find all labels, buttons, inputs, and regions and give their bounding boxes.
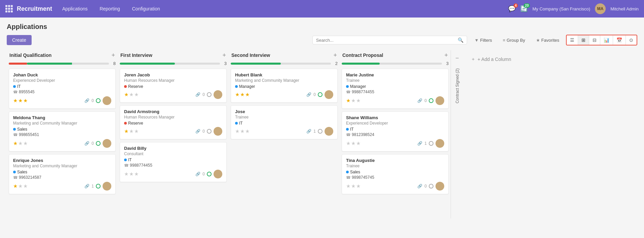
card-stars-0-0: ★★★	[13, 98, 28, 104]
col-count-3: 3	[444, 61, 449, 66]
card-tag-1-2: IT	[124, 158, 222, 162]
kanban-card-1-2[interactable]: David Billy Consultant IT 9988774455 ★★★…	[120, 142, 227, 182]
kanban-card-0-1[interactable]: Meldona Thang Marketing and Community Ma…	[9, 111, 116, 151]
tag-label: Reserve	[128, 121, 143, 126]
progress-green-0	[27, 63, 72, 65]
clip-icon-0-2: 🔗	[84, 184, 89, 189]
card-name-0-0: Johan Duck	[13, 72, 111, 77]
search-input[interactable]	[316, 38, 458, 43]
card-stars-1-0: ★★★	[124, 92, 139, 98]
card-name-1-0: Joren Jacob	[124, 72, 222, 77]
star-2: ★	[351, 98, 355, 104]
star-3: ★	[356, 98, 361, 104]
kanban-card-0-2[interactable]: Enrique Jones Marketing and Community Ma…	[9, 154, 116, 194]
progress-bar-3	[342, 63, 442, 65]
star-1: ★	[346, 140, 350, 146]
star-3: ★	[134, 171, 139, 177]
card-stars-2-0: ★★★	[235, 92, 250, 98]
view-calendar-button[interactable]: 📅	[613, 35, 626, 45]
tag-dot	[13, 85, 16, 88]
create-button[interactable]: Create	[7, 35, 32, 45]
card-position-0-0: Experienced Developer	[13, 78, 111, 83]
view-grid-button[interactable]: ⊟	[589, 35, 600, 45]
kanban-card-3-1[interactable]: Shane Williams Experienced Developer IT …	[342, 111, 449, 151]
group-by-button[interactable]: ≡ Group By	[500, 36, 528, 44]
card-position-0-1: Marketing and Community Manager	[13, 121, 111, 126]
card-meta-3-0: 🔗 0	[417, 96, 444, 105]
tag-dot	[124, 159, 127, 161]
user-name[interactable]: Mitchell Admin	[610, 6, 639, 11]
card-avatar-0-1	[103, 139, 111, 148]
tag-label: Manager	[239, 84, 255, 89]
clip-count-1-2: 0	[202, 172, 205, 176]
kanban-card-2-0[interactable]: Hubert Blank Marketing and Community Man…	[231, 69, 338, 103]
col-add-button-1[interactable]: +	[222, 52, 226, 58]
card-stars-2-1: ★★★	[235, 128, 250, 134]
star-3: ★	[23, 183, 28, 189]
status-dot-1-0	[207, 92, 212, 97]
kanban-board-wrap: Initial Qualification + 8 Johan Duck Exp…	[7, 50, 637, 218]
star-1: ★	[346, 98, 350, 104]
main-content: Applications Create 🔍 ▼ Filters ≡ Group …	[0, 18, 644, 238]
status-dot-3-2	[429, 184, 433, 189]
col-add-button-0[interactable]: +	[111, 52, 115, 58]
user-avatar[interactable]: MA	[595, 3, 606, 14]
nav-configuration[interactable]: Configuration	[130, 5, 162, 13]
activity-icon[interactable]: 🔄 20	[520, 5, 528, 12]
card-meta-0-0: 🔗 0	[84, 96, 111, 105]
card-meta-3-1: 🔗 1	[417, 139, 444, 148]
sidebar-collapse-button[interactable]: –	[454, 54, 460, 62]
add-column-area: ＋ + Add a Column	[463, 50, 531, 65]
clip-count-0-1: 0	[91, 141, 94, 146]
card-phone-0-2: 9963214587	[13, 175, 111, 180]
progress-bar-1	[120, 63, 220, 65]
card-tag-3-1: IT	[346, 127, 444, 132]
app-grid-icon[interactable]	[5, 5, 13, 12]
col-add-button-2[interactable]: +	[333, 52, 337, 58]
view-list-button[interactable]: ☰	[567, 35, 578, 45]
nav-reporting[interactable]: Reporting	[98, 5, 122, 13]
filters-button[interactable]: ▼ Filters	[472, 36, 495, 44]
status-dot-3-1	[429, 141, 433, 146]
card-footer-0-2: ★★★ 🔗 1	[13, 182, 111, 191]
card-name-1-2: David Billy	[124, 146, 222, 151]
kanban-card-1-0[interactable]: Joren Jacob Human Resources Manager Rese…	[120, 69, 227, 103]
card-position-2-0: Marketing and Community Manager	[235, 78, 333, 83]
kanban-col-0: Initial Qualification + 8 Johan Duck Exp…	[7, 50, 118, 197]
card-name-2-1: Jose	[235, 109, 333, 114]
card-phone-0-0: 8955545	[13, 90, 111, 94]
star-2: ★	[129, 128, 134, 134]
kanban-card-2-1[interactable]: Jose Trainee IT ★★★ 🔗 1	[231, 105, 338, 139]
star-3: ★	[23, 98, 28, 104]
favorites-button[interactable]: ★ Favorites	[533, 36, 562, 44]
kanban-card-3-0[interactable]: Marie Justine Trainee Manager 9988774455…	[342, 69, 449, 109]
clip-count-3-0: 0	[424, 98, 427, 103]
view-kanban-button[interactable]: ⊞	[578, 35, 589, 45]
card-position-1-0: Human Resources Manager	[124, 78, 222, 83]
clip-icon-0-0: 🔗	[84, 98, 89, 103]
star-2: ★	[18, 183, 23, 189]
col-add-button-3[interactable]: +	[444, 52, 448, 58]
chat-icon[interactable]: 💬 4	[508, 5, 516, 12]
main-nav: Applications Reporting Configuration	[60, 6, 169, 11]
card-stars-0-2: ★★★	[13, 183, 28, 189]
view-chart-button[interactable]: 📊	[600, 35, 613, 45]
col-header-3: Contract Proposal +	[342, 50, 449, 61]
kanban-card-3-2[interactable]: Tina Augustie Trainee Sales 9898745745 ★…	[342, 154, 449, 194]
tag-dot	[235, 85, 238, 88]
clip-icon-3-2: 🔗	[417, 184, 422, 189]
add-column-button[interactable]: ＋ + Add a Column	[467, 54, 515, 65]
col-title-0: Initial Qualification	[9, 53, 111, 58]
card-footer-3-0: ★★★ 🔗 0	[346, 96, 444, 105]
kanban-card-1-1[interactable]: David Armstrong Human Resources Manager …	[120, 105, 227, 139]
card-tag-0-0: IT	[13, 84, 111, 89]
kanban-card-0-0[interactable]: Johan Duck Experienced Developer IT 8955…	[9, 69, 116, 109]
card-stars-3-2: ★★★	[346, 183, 361, 189]
nav-applications[interactable]: Applications	[60, 5, 90, 13]
card-name-0-1: Meldona Thang	[13, 115, 111, 120]
search-bar: 🔍	[312, 36, 467, 44]
tag-dot	[346, 171, 349, 173]
contract-signed-label[interactable]: Contract Signed (2)	[455, 65, 460, 107]
view-clock-button[interactable]: ⊙	[626, 35, 637, 45]
card-meta-1-1: 🔗 0	[195, 127, 222, 136]
